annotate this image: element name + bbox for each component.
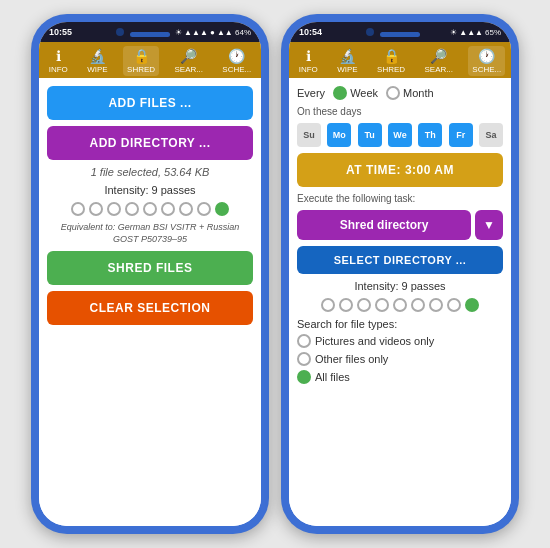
radio-9[interactable] xyxy=(215,202,229,216)
day-mo[interactable]: Mo xyxy=(327,123,351,147)
phone-2: 10:54 ☀ ▲▲▲ 65% ℹ INFO 🔬 WIPE 🔒 xyxy=(281,14,519,534)
nav-label-shred-2: SHRED xyxy=(377,65,405,74)
radio-2[interactable] xyxy=(89,202,103,216)
shred-files-button[interactable]: SHRED FILES xyxy=(47,251,253,285)
select-directory-button[interactable]: SELECT DIRECTORY ... xyxy=(297,246,503,274)
week-option[interactable]: Week xyxy=(333,86,378,100)
clear-selection-button[interactable]: CLEAR SELECTION xyxy=(47,291,253,325)
search-option-1[interactable]: Pictures and videos only xyxy=(297,334,503,348)
intensity-label-2: Intensity: 9 passes xyxy=(297,280,503,292)
nav-search-2[interactable]: 🔎 SEAR... xyxy=(421,46,457,76)
radio-3[interactable] xyxy=(107,202,121,216)
phone-speaker-2 xyxy=(380,32,420,37)
info-icon-2: ℹ xyxy=(306,48,311,64)
search-option-2[interactable]: Other files only xyxy=(297,352,503,366)
nav-bar-2: ℹ INFO 🔬 WIPE 🔒 SHRED 🔎 SEAR... 🕐 xyxy=(289,42,511,78)
radio-8[interactable] xyxy=(197,202,211,216)
nav-search-1[interactable]: 🔎 SEAR... xyxy=(171,46,207,76)
search-radio-2[interactable] xyxy=(297,352,311,366)
at-time-button[interactable]: AT TIME: 3:00 AM xyxy=(297,153,503,187)
every-row: Every Week Month xyxy=(297,86,503,100)
nav-info-2[interactable]: ℹ INFO xyxy=(295,46,322,76)
nav-label-search-1: SEAR... xyxy=(175,65,203,74)
search-icon-2: 🔎 xyxy=(430,48,447,64)
nav-shred-2[interactable]: 🔒 SHRED xyxy=(373,46,409,76)
nav-label-schedule-1: SCHE... xyxy=(222,65,251,74)
phone-speaker-1 xyxy=(130,32,170,37)
day-tu[interactable]: Tu xyxy=(358,123,382,147)
nav-label-search-2: SEAR... xyxy=(425,65,453,74)
intensity-radio-row-2 xyxy=(297,298,503,312)
shred-icon-2: 🔒 xyxy=(383,48,400,64)
wipe-icon-2: 🔬 xyxy=(339,48,356,64)
nav-label-info-1: INFO xyxy=(49,65,68,74)
radio2-5[interactable] xyxy=(393,298,407,312)
intensity-radio-row-1 xyxy=(47,202,253,216)
task-dropdown-button[interactable]: Shred directory xyxy=(297,210,471,240)
radio-6[interactable] xyxy=(161,202,175,216)
nav-schedule-1[interactable]: 🕐 SCHE... xyxy=(218,46,255,76)
nav-label-shred-1: SHRED xyxy=(127,65,155,74)
status-time-1: 10:55 xyxy=(49,27,72,37)
shred-icon-1: 🔒 xyxy=(133,48,150,64)
add-files-button[interactable]: ADD FILES ... xyxy=(47,86,253,120)
nav-wipe-2[interactable]: 🔬 WIPE xyxy=(333,46,361,76)
schedule-icon-2: 🕐 xyxy=(478,48,495,64)
search-for-label: Search for file types: xyxy=(297,318,503,330)
radio-1[interactable] xyxy=(71,202,85,216)
info-icon-1: ℹ xyxy=(56,48,61,64)
phone-camera-1 xyxy=(116,28,124,36)
week-label: Week xyxy=(350,87,378,99)
day-fr[interactable]: Fr xyxy=(449,123,473,147)
radio2-1[interactable] xyxy=(321,298,335,312)
status-time-2: 10:54 xyxy=(299,27,322,37)
execute-label: Execute the following task: xyxy=(297,193,503,204)
intensity-label-1: Intensity: 9 passes xyxy=(47,184,253,196)
content-1: ADD FILES ... ADD DIRECTORY ... 1 file s… xyxy=(39,78,261,526)
wipe-icon-1: 🔬 xyxy=(89,48,106,64)
nav-bar-1: ℹ INFO 🔬 WIPE 🔒 SHRED 🔎 SEAR... 🕐 xyxy=(39,42,261,78)
radio-4[interactable] xyxy=(125,202,139,216)
search-option-1-label: Pictures and videos only xyxy=(315,335,434,347)
task-arrow-button[interactable]: ▼ xyxy=(475,210,503,240)
radio2-4[interactable] xyxy=(375,298,389,312)
add-directory-button[interactable]: ADD DIRECTORY ... xyxy=(47,126,253,160)
equiv-text: Equivalent to: German BSI VSITR + Russia… xyxy=(47,222,253,245)
radio2-3[interactable] xyxy=(357,298,371,312)
radio2-8[interactable] xyxy=(447,298,461,312)
day-th[interactable]: Th xyxy=(418,123,442,147)
file-info: 1 file selected, 53.64 KB xyxy=(47,166,253,178)
radio-7[interactable] xyxy=(179,202,193,216)
radio2-6[interactable] xyxy=(411,298,425,312)
radio2-9[interactable] xyxy=(465,298,479,312)
every-label: Every xyxy=(297,87,325,99)
month-radio[interactable] xyxy=(386,86,400,100)
search-radio-3[interactable] xyxy=(297,370,311,384)
nav-label-wipe-1: WIPE xyxy=(87,65,107,74)
nav-schedule-2[interactable]: 🕐 SCHE... xyxy=(468,46,505,76)
month-label: Month xyxy=(403,87,434,99)
search-option-3[interactable]: All files xyxy=(297,370,503,384)
week-radio[interactable] xyxy=(333,86,347,100)
phone-1: 10:55 ☀ ▲▲▲ ● ▲▲ 64% ℹ INFO 🔬 WIPE xyxy=(31,14,269,534)
radio2-2[interactable] xyxy=(339,298,353,312)
month-option[interactable]: Month xyxy=(386,86,434,100)
nav-wipe-1[interactable]: 🔬 WIPE xyxy=(83,46,111,76)
nav-info-1[interactable]: ℹ INFO xyxy=(45,46,72,76)
radio-5[interactable] xyxy=(143,202,157,216)
status-icons-1: ☀ ▲▲▲ ● ▲▲ 64% xyxy=(175,28,251,37)
content-2: Every Week Month On these days Su Mo Tu xyxy=(289,78,511,526)
task-row: Shred directory ▼ xyxy=(297,210,503,240)
day-su[interactable]: Su xyxy=(297,123,321,147)
search-option-3-label: All files xyxy=(315,371,350,383)
status-icons-2: ☀ ▲▲▲ 65% xyxy=(450,28,501,37)
nav-shred-1[interactable]: 🔒 SHRED xyxy=(123,46,159,76)
search-section: Search for file types: Pictures and vide… xyxy=(297,318,503,384)
day-we[interactable]: We xyxy=(388,123,412,147)
search-radio-1[interactable] xyxy=(297,334,311,348)
search-option-2-label: Other files only xyxy=(315,353,388,365)
nav-label-schedule-2: SCHE... xyxy=(472,65,501,74)
radio2-7[interactable] xyxy=(429,298,443,312)
day-sa[interactable]: Sa xyxy=(479,123,503,147)
phone-camera-2 xyxy=(366,28,374,36)
